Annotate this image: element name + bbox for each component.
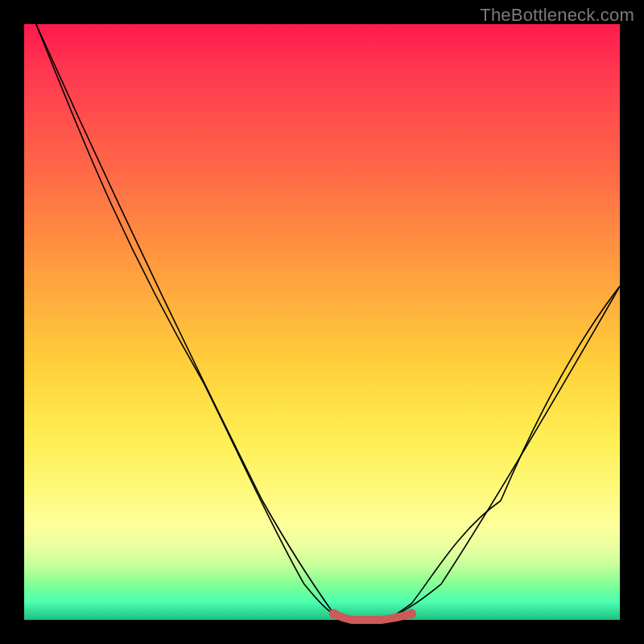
bottleneck-curve-overlay: [36, 24, 620, 620]
curve-layer: [24, 24, 620, 620]
chart-frame: TheBottleneck.com: [0, 0, 644, 644]
bottleneck-curve: [36, 24, 620, 620]
optimal-region-highlight: [334, 614, 411, 620]
optimal-region-start-dot: [329, 609, 339, 619]
watermark-text: TheBottleneck.com: [480, 5, 634, 26]
optimal-region-end-dot: [407, 609, 416, 619]
